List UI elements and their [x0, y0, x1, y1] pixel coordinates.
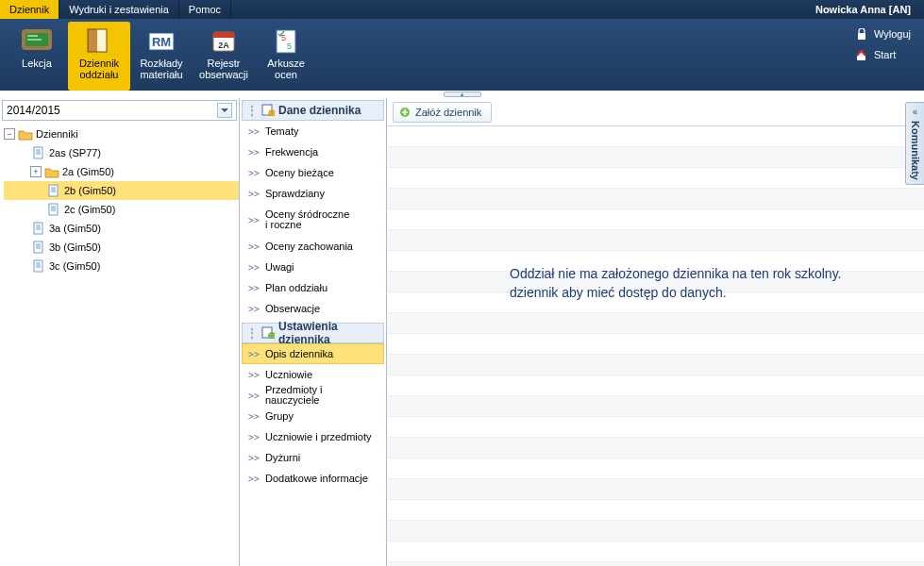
- tree-root[interactable]: − Dzienniki: [4, 125, 239, 143]
- tree-item[interactable]: 2c (Gim50): [4, 200, 239, 219]
- start-link[interactable]: Start: [855, 46, 911, 63]
- nav-item[interactable]: >>Oceny bieżące: [242, 162, 384, 183]
- nav-item[interactable]: >>Grupy: [242, 406, 384, 426]
- komunikaty-label: Komunikaty: [910, 121, 921, 180]
- nav-item-label: Uwagi: [265, 262, 294, 273]
- nav-item[interactable]: >>Sprawdziany: [242, 183, 384, 204]
- nav-item[interactable]: >>Oceny zachowania: [242, 236, 384, 257]
- chevron-right-icon: >>: [246, 304, 261, 314]
- nav-item[interactable]: >>Frekwencja: [242, 142, 384, 162]
- tree-item[interactable]: +2a (Gim50): [4, 162, 239, 181]
- svg-text:2A: 2A: [218, 41, 229, 50]
- nav-item[interactable]: >>Plan oddziału: [242, 277, 384, 298]
- section-nav: ⋮ Dane dziennika >>Tematy>>Frekwencja>>O…: [240, 98, 387, 566]
- ribbon-rozklady[interactable]: RM Rozkłady materiału: [130, 22, 193, 91]
- collapse-icon[interactable]: −: [4, 128, 15, 140]
- svg-text:RM: RM: [152, 35, 171, 49]
- chevron-right-icon: >>: [246, 241, 261, 252]
- nav-item-label: Oceny bieżące: [265, 168, 334, 178]
- ribbon-arkusze[interactable]: 55 Arkusze ocen: [255, 22, 317, 91]
- nav-item-label: Oceny zachowania: [265, 241, 353, 252]
- page-icon: [31, 241, 46, 254]
- tree-item[interactable]: 3c (Gim50): [4, 257, 239, 275]
- rm-icon: RM: [144, 25, 178, 56]
- nav-item-label: Dyżurni: [265, 453, 300, 463]
- expand-icon[interactable]: +: [30, 166, 42, 177]
- nav-header-title: Dane dziennika: [278, 104, 361, 117]
- ribbon-label: Dziennik oddziału: [79, 58, 119, 80]
- page-icon: [46, 203, 61, 216]
- tree-item[interactable]: 2b (Gim50): [4, 181, 239, 200]
- nav-item[interactable]: >>Uwagi: [242, 257, 384, 277]
- tree-root-label: Dzienniki: [36, 128, 78, 140]
- tree-item[interactable]: 2as (SP77): [4, 143, 239, 162]
- page-icon: [46, 184, 61, 197]
- nav-item[interactable]: >>Obserwacje: [242, 298, 384, 319]
- komunikaty-tab[interactable]: « Komunikaty: [905, 102, 924, 185]
- school-year-select[interactable]: 2014/2015: [2, 100, 237, 121]
- tree-item[interactable]: 3a (Gim50): [4, 219, 239, 238]
- tree-item-label: 2c (Gim50): [64, 204, 115, 215]
- nav-item-label: Uczniowie i przedmioty: [265, 432, 371, 442]
- folder-icon: [44, 165, 59, 178]
- create-journal-label: Załóż dziennik: [415, 107, 481, 118]
- tree-panel: 2014/2015 − Dzienniki 2as (SP77)+2a (Gim…: [0, 98, 240, 566]
- nav-item-label: Opis dziennika: [265, 349, 333, 359]
- topbar-spacer: [231, 0, 806, 19]
- grades-sheet-icon: 55: [269, 25, 303, 56]
- top-tab-wydruki[interactable]: Wydruki i zestawienia: [59, 0, 179, 19]
- start-label: Start: [874, 49, 896, 60]
- chevron-down-icon: [217, 103, 232, 118]
- tree-item[interactable]: 3b (Gim50): [4, 238, 239, 257]
- calendar-icon: 2A: [207, 25, 241, 56]
- nav-header-ustawienia[interactable]: ⋮ Ustawienia dziennika: [242, 323, 384, 343]
- create-journal-button[interactable]: Załóż dziennik: [393, 102, 492, 123]
- logout-link[interactable]: Wyloguj: [855, 25, 911, 42]
- nav-item[interactable]: >>Opis dziennika: [242, 343, 384, 364]
- nav-item-label: Oceny śródroczne i roczne: [265, 209, 349, 230]
- tree-item-label: 3b (Gim50): [49, 241, 101, 253]
- notebook-icon: [82, 25, 116, 56]
- content-toolbar: Załóż dziennik: [387, 98, 924, 126]
- grip-icon: ⋮: [246, 104, 258, 117]
- nav-item-label: Sprawdziany: [265, 189, 325, 199]
- nav-item[interactable]: >>Oceny śródroczne i roczne: [242, 204, 384, 236]
- svg-rect-9: [213, 32, 234, 38]
- folder-open-icon: [18, 127, 33, 141]
- blackboard-icon: [20, 25, 54, 56]
- top-tab-pomoc[interactable]: Pomoc: [179, 0, 231, 19]
- top-tab-dziennik[interactable]: Dziennik: [0, 0, 59, 19]
- ribbon: Lekcja Dziennik oddziału RM Rozkłady mat…: [0, 19, 924, 91]
- svg-rect-23: [49, 204, 58, 215]
- svg-text:5: 5: [287, 42, 292, 51]
- page-icon: [31, 259, 46, 273]
- nav-item[interactable]: >>Uczniowie: [242, 364, 384, 385]
- logout-label: Wyloguj: [874, 28, 911, 40]
- chevron-right-icon: >>: [246, 453, 261, 463]
- svg-rect-14: [858, 33, 865, 40]
- nav-item[interactable]: >>Tematy: [242, 121, 384, 142]
- nav-item-label: Obserwacje: [265, 304, 320, 314]
- nav-item[interactable]: >>Dyżurni: [242, 447, 384, 468]
- ribbon-collapse-strip: ▲: [0, 91, 924, 98]
- ribbon-label: Lekcja: [22, 58, 52, 69]
- nav-header-icon: [261, 325, 275, 341]
- chevron-right-icon: >>: [246, 126, 261, 137]
- nav-header-dane[interactable]: ⋮ Dane dziennika: [242, 100, 384, 121]
- ribbon-label: Rejestr obserwacji: [199, 58, 248, 80]
- nav-item[interactable]: >>Dodatkowe informacje: [242, 468, 384, 489]
- ribbon-collapse-handle[interactable]: ▲: [444, 92, 481, 97]
- nav-item[interactable]: >>Uczniowie i przedmioty: [242, 426, 384, 447]
- nav-item[interactable]: >>Przedmioty i nauczyciele: [242, 385, 384, 406]
- top-menu: Dziennik Wydruki i zestawienia Pomoc Now…: [0, 0, 924, 19]
- chevron-right-icon: >>: [246, 474, 261, 484]
- chevron-right-icon: >>: [246, 432, 261, 442]
- chevron-right-icon: >>: [246, 391, 261, 401]
- ribbon-rejestr[interactable]: 2A Rejestr obserwacji: [193, 22, 255, 91]
- nav-item-label: Uczniowie: [265, 370, 312, 380]
- ribbon-lekcja[interactable]: Lekcja: [6, 22, 68, 91]
- tree-item-label: 2a (Gim50): [62, 166, 114, 177]
- svg-rect-31: [34, 241, 42, 253]
- ribbon-dziennik-oddzialu[interactable]: Dziennik oddziału: [68, 22, 130, 91]
- plus-icon: [399, 107, 411, 118]
